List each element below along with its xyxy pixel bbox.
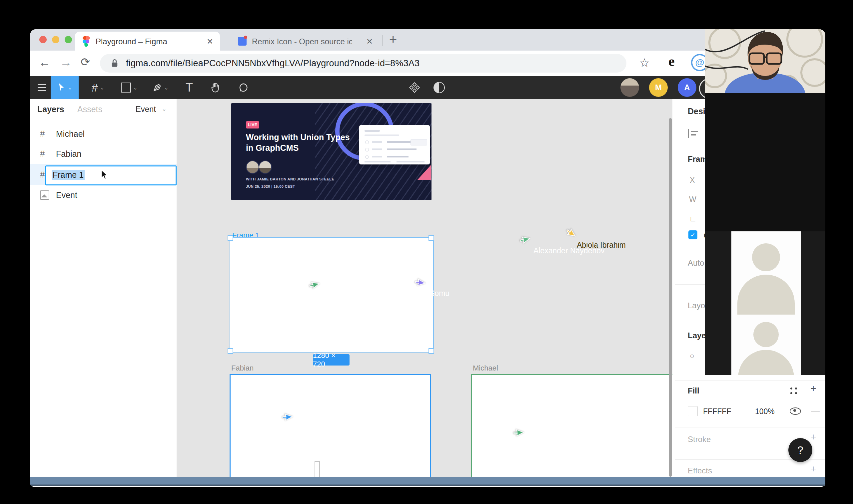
speaker-avatar bbox=[246, 160, 259, 174]
layer-name: Event bbox=[56, 191, 77, 200]
figma-logo-icon bbox=[82, 36, 90, 47]
rectangle-tool-icon bbox=[121, 83, 131, 92]
cursor-label-michael: Michael bbox=[523, 437, 558, 449]
close-tab-icon[interactable]: ✕ bbox=[207, 37, 213, 46]
layer-row-michael[interactable]: # Michael bbox=[30, 124, 177, 144]
minimize-window-button[interactable] bbox=[52, 36, 59, 43]
comment-tool-button[interactable] bbox=[232, 76, 254, 99]
angle-icon: ∟ bbox=[689, 214, 697, 223]
tab-layers[interactable]: Layers bbox=[37, 105, 64, 114]
cursor-label-alexander-naydenov: Alexander Naydenov bbox=[529, 245, 609, 257]
url-text: figma.com/file/BieaPCocPNN5NbxVfhgLVA/Pl… bbox=[126, 58, 419, 69]
tab-title: Playground – Figma bbox=[95, 37, 206, 46]
reload-icon[interactable]: ⟳ bbox=[81, 55, 90, 69]
page-selector[interactable]: Event bbox=[136, 105, 156, 114]
collaborator-avatar-a[interactable]: A bbox=[678, 78, 696, 97]
align-icon[interactable] bbox=[688, 129, 689, 138]
collaborator-avatar-m[interactable]: M bbox=[649, 78, 668, 97]
fill-styles-icon[interactable] bbox=[790, 388, 799, 396]
zoom-window-button[interactable] bbox=[65, 36, 72, 43]
extension-e-icon[interactable]: e bbox=[668, 53, 675, 69]
cursor-alexander-naydenov bbox=[518, 233, 531, 246]
cursor-label-fabian-beliza: Fabian Beliza bbox=[291, 421, 345, 433]
selection-handle-nw[interactable] bbox=[228, 235, 233, 241]
x-field-label: X bbox=[690, 176, 695, 185]
add-fill-button[interactable]: + bbox=[810, 383, 816, 394]
remix-favicon-dot bbox=[244, 36, 247, 39]
move-tool-button[interactable]: ⌄ bbox=[51, 76, 79, 99]
auto-layout-header: Auto bbox=[688, 258, 704, 268]
frame-tool-icon: # bbox=[92, 81, 98, 94]
fill-visibility-eye-icon[interactable] bbox=[790, 408, 801, 415]
video-call-panel[interactable] bbox=[705, 29, 825, 375]
chevron-down-icon: ⌄ bbox=[162, 105, 167, 112]
layer-row-event[interactable]: Event bbox=[30, 185, 177, 205]
banner-speakers: WITH JAMIE BARTON AND JONATHAN STEELE bbox=[246, 177, 334, 181]
banner-title: Working with Union Types in GraphCMS bbox=[246, 132, 350, 153]
new-tab-button[interactable]: + bbox=[389, 32, 397, 47]
back-icon[interactable]: ← bbox=[39, 55, 51, 69]
layer-row-fabian[interactable]: # Fabian bbox=[30, 144, 177, 164]
tab-playground-figma[interactable]: Playground – Figma ✕ bbox=[75, 32, 220, 51]
cursor-label-somu: Somu bbox=[425, 288, 453, 300]
layer-name: Fabian bbox=[56, 149, 81, 159]
forward-icon[interactable]: → bbox=[60, 55, 72, 69]
canvas-scrollbar[interactable] bbox=[669, 118, 672, 477]
contrast-icon[interactable] bbox=[429, 76, 450, 99]
selection-handle-sw[interactable] bbox=[228, 348, 233, 354]
layer-name: Michael bbox=[56, 129, 85, 139]
main-menu-icon[interactable] bbox=[34, 76, 50, 99]
window-bottom-edge bbox=[30, 477, 825, 486]
hand-tool-button[interactable] bbox=[205, 76, 226, 99]
video-placeholder-1 bbox=[705, 231, 825, 314]
frame-layer-icon: # bbox=[40, 169, 45, 180]
layer-row-frame1[interactable]: # Frame 1 bbox=[30, 164, 177, 185]
fill-hex-value[interactable]: FFFFFF bbox=[703, 407, 731, 416]
figma-canvas[interactable]: LIVE Working with Union Types in GraphCM… bbox=[177, 99, 673, 477]
event-banner-image[interactable]: LIVE Working with Union Types in GraphCM… bbox=[231, 103, 432, 200]
blend-mode-icon[interactable]: ○ bbox=[690, 352, 694, 361]
close-tab-icon[interactable]: ✕ bbox=[366, 37, 373, 46]
fabian-canvas-label[interactable]: Fabian bbox=[231, 364, 254, 373]
add-effect-button[interactable]: + bbox=[810, 463, 816, 475]
selection-handle-se[interactable] bbox=[429, 348, 434, 354]
banner-form-card bbox=[359, 125, 430, 164]
shape-tool-button[interactable]: ⌄ bbox=[115, 76, 143, 99]
close-window-button[interactable] bbox=[39, 36, 47, 43]
layer-name-selected-text: Frame 1 bbox=[52, 170, 85, 180]
address-bar[interactable]: figma.com/file/BieaPCocPNN5NbxVfhgLVA/Pl… bbox=[100, 54, 626, 73]
effects-section-header: Effects bbox=[688, 466, 712, 475]
frame-layer-icon: # bbox=[40, 148, 45, 159]
hand-tool-icon bbox=[210, 82, 220, 93]
fill-section-header: Fill bbox=[688, 386, 699, 395]
michael-frame[interactable] bbox=[471, 374, 673, 477]
layer-rename-input[interactable]: Frame 1 bbox=[45, 165, 177, 185]
cursor-abiola-ibrahim bbox=[563, 226, 578, 241]
drawn-rectangle[interactable] bbox=[315, 461, 320, 477]
component-icon[interactable] bbox=[404, 76, 425, 99]
text-tool-button[interactable]: T bbox=[179, 76, 199, 99]
fill-opacity-value[interactable]: 100% bbox=[755, 407, 775, 416]
fill-color-swatch[interactable] bbox=[688, 406, 698, 416]
collaborator-avatar-photo[interactable] bbox=[621, 78, 639, 97]
text-tool-icon: T bbox=[186, 80, 193, 94]
move-tool-icon bbox=[57, 83, 66, 92]
michael-canvas-label[interactable]: Michael bbox=[473, 364, 498, 373]
image-layer-icon bbox=[40, 191, 49, 200]
tab-title: Remix Icon - Open source icon bbox=[252, 37, 352, 46]
tab-remix-icon[interactable]: Remix Icon - Open source icon ✕ bbox=[230, 32, 378, 51]
frame-tool-button[interactable]: #⌄ bbox=[84, 76, 112, 99]
bookmark-star-icon[interactable]: ☆ bbox=[639, 56, 650, 70]
remove-fill-icon[interactable]: — bbox=[811, 406, 820, 416]
video-placeholder-2 bbox=[705, 314, 825, 375]
tab-assets[interactable]: Assets bbox=[77, 105, 102, 114]
tab-divider bbox=[382, 35, 383, 46]
selection-handle-ne[interactable] bbox=[429, 235, 434, 241]
add-stroke-button[interactable]: + bbox=[810, 431, 816, 443]
live-badge: LIVE bbox=[246, 121, 259, 128]
help-button[interactable]: ? bbox=[788, 438, 812, 462]
stroke-section-header: Stroke bbox=[688, 435, 711, 444]
layers-panel: Layers Assets Event ⌄ # Michael # Fabian… bbox=[30, 99, 177, 477]
clip-content-checkbox[interactable]: ✓ bbox=[689, 230, 697, 239]
pen-tool-button[interactable]: ⌄ bbox=[146, 76, 175, 99]
